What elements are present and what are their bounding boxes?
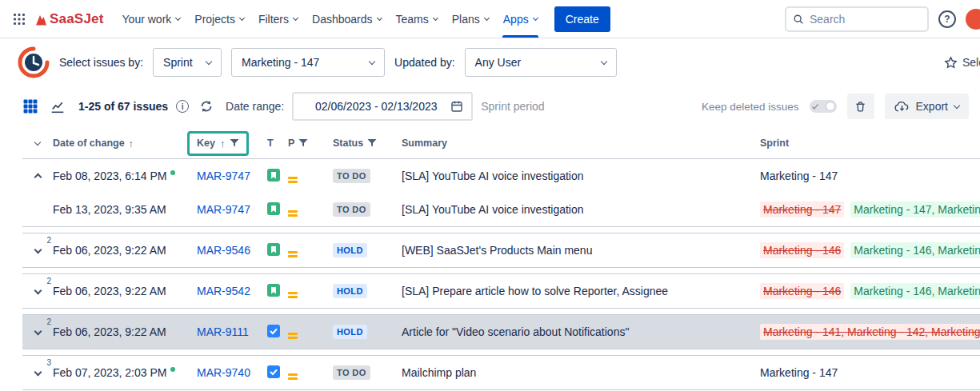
toggle-knob <box>826 102 835 111</box>
header-key[interactable]: Key <box>197 138 215 149</box>
chevron-down-icon <box>533 15 538 21</box>
issue-summary: [SLA] Prepare article how to solve Repor… <box>402 285 668 297</box>
help-icon[interactable] <box>938 10 956 28</box>
sprint-removed-value: Marketing - 141, Marketing - 142, Market… <box>760 324 980 340</box>
header-summary[interactable]: Summary <box>402 138 760 149</box>
export-button[interactable]: Export <box>885 94 969 119</box>
sprint-added-value: Marketing - 147, Marketing - 148 <box>850 201 980 217</box>
chevron-down-icon <box>376 15 382 21</box>
issue-key-link[interactable]: MAR-9740 <box>197 366 250 379</box>
date-range-label: Date range: <box>226 100 284 113</box>
issue-selector-dropdown[interactable]: Sprint <box>153 48 222 77</box>
sprint-added-value: Marketing - 146, Marketing - 147 <box>850 242 980 258</box>
nav-item-teams[interactable]: Teams <box>389 0 445 38</box>
sprint-select[interactable]: Marketing - 147 <box>231 48 385 77</box>
header-status[interactable]: Status <box>333 138 402 149</box>
updated-by-select[interactable]: Any User <box>465 48 617 77</box>
app-switcher-icon[interactable] <box>6 6 32 32</box>
sort-ascending-icon[interactable] <box>220 138 226 150</box>
header-type[interactable]: T <box>267 138 288 149</box>
issue-key-link[interactable]: MAR-9546 <box>197 244 250 257</box>
header-date-of-change[interactable]: Date of change <box>53 138 197 150</box>
sort-ascending-icon[interactable] <box>129 138 134 150</box>
chevron-down-icon <box>175 15 181 21</box>
filter-bar: Select issues by: Sprint Marketing - 147… <box>0 40 980 85</box>
status-badge: TO DO <box>333 169 370 183</box>
sprint-removed-value: Marketing - 147 <box>760 201 844 217</box>
filter-funnel-icon[interactable] <box>298 138 308 148</box>
issue-key-link[interactable]: MAR-9542 <box>197 285 250 297</box>
expand-chevron-icon[interactable] <box>34 327 42 335</box>
table-row[interactable]: Feb 08, 2023, 6:14 PM MAR-9747 TO DO [SL… <box>22 159 980 193</box>
story-icon <box>267 169 280 182</box>
expand-chevron-icon[interactable] <box>34 286 42 294</box>
priority-medium-icon <box>288 333 298 340</box>
collapse-all-chevron-icon[interactable] <box>34 139 41 146</box>
change-date: Feb 06, 2023, 9:22 AM <box>53 285 166 297</box>
issue-summary: Article for "Video scenario about Notifi… <box>402 325 629 338</box>
top-nav: SaaSJet Your work Projects Filters Dashb… <box>0 0 980 38</box>
notification-avatar[interactable] <box>966 9 980 30</box>
calendar-icon[interactable] <box>450 100 463 113</box>
issues-count: 1-25 of 67 issues <box>78 100 168 113</box>
nav-label: Dashboards <box>312 13 373 26</box>
issue-key-link[interactable]: MAR-9747 <box>197 170 250 182</box>
table-view-button[interactable] <box>21 97 40 116</box>
chevron-down-icon <box>369 58 375 65</box>
search-box[interactable] <box>785 6 929 32</box>
filter-funnel-icon[interactable] <box>367 138 377 148</box>
keep-deleted-toggle[interactable] <box>810 100 837 113</box>
brand-name: SaaSJet <box>50 11 104 27</box>
chart-view-button[interactable] <box>48 97 67 116</box>
sprint-value: Marketing - 147 <box>760 170 838 182</box>
table-row[interactable]: 2 Feb 06, 2023, 9:22 AM MAR-9111 HOLD Ar… <box>22 315 980 349</box>
updated-by-label: Updated by: <box>394 56 455 69</box>
chevron-down-icon <box>433 15 438 21</box>
nav-label: Filters <box>258 13 289 26</box>
table-row[interactable]: 3 Feb 07, 2023, 2:03 PM MAR-9740 TO DO M… <box>22 356 980 389</box>
table-row[interactable]: 2 Feb 06, 2023, 9:22 AM MAR-9546 HOLD [W… <box>22 233 980 267</box>
trash-icon <box>854 101 866 113</box>
updated-by-value: Any User <box>475 56 522 69</box>
search-input[interactable] <box>810 13 921 26</box>
date-range-value: 02/06/2023 - 02/13/2023 <box>302 100 450 113</box>
story-icon <box>267 202 280 215</box>
nav-item-projects[interactable]: Projects <box>187 0 251 38</box>
nav-item-dashboards[interactable]: Dashboards <box>305 0 389 38</box>
story-icon <box>267 284 280 297</box>
key-column-highlight-box: Key <box>187 131 249 156</box>
saved-filters-label: Sele <box>962 56 980 69</box>
refresh-icon[interactable] <box>200 100 213 113</box>
info-icon[interactable] <box>176 100 189 113</box>
saasjet-logo[interactable]: SaaSJet <box>34 11 104 27</box>
chevron-down-icon <box>954 102 960 109</box>
collapse-chevron-icon[interactable] <box>34 174 42 182</box>
saved-filters-button[interactable]: Sele <box>944 56 980 69</box>
change-date: Feb 06, 2023, 9:22 AM <box>53 325 166 338</box>
expand-chevron-icon[interactable] <box>34 368 42 376</box>
table-row[interactable]: 2 Feb 06, 2023, 9:22 AM MAR-9542 HOLD [S… <box>22 274 980 308</box>
delete-button[interactable] <box>847 94 874 119</box>
issue-history-table: Date of change Key T P Status Summary Sp… <box>22 128 980 390</box>
table-row[interactable]: Feb 13, 2023, 9:35 AM MAR-9747 TO DO [SL… <box>22 193 980 226</box>
nav-item-filters[interactable]: Filters <box>251 0 305 38</box>
nav-item-your-work[interactable]: Your work <box>115 0 188 38</box>
change-date: Feb 07, 2023, 2:03 PM <box>53 366 166 379</box>
sprint-cell: Marketing - 147 <box>760 159 980 193</box>
expand-chevron-icon[interactable] <box>34 245 42 253</box>
header-sprint[interactable]: Sprint <box>760 138 980 149</box>
priority-medium-icon <box>288 292 298 299</box>
issue-group: 3 Feb 07, 2023, 2:03 PM MAR-9740 TO DO M… <box>22 355 980 390</box>
chevron-down-icon <box>293 15 298 21</box>
date-range-input[interactable]: 02/06/2023 - 02/13/2023 <box>292 92 473 121</box>
nav-label: Apps <box>503 13 529 26</box>
header-priority[interactable]: P <box>288 138 333 149</box>
issue-key-link[interactable]: MAR-9111 <box>197 325 249 338</box>
create-button[interactable]: Create <box>554 6 610 32</box>
nav-label: Projects <box>194 13 235 26</box>
nav-item-apps[interactable]: Apps <box>496 0 545 38</box>
filter-funnel-icon[interactable] <box>230 138 239 148</box>
nav-item-plans[interactable]: Plans <box>445 0 496 38</box>
nav-label: Your work <box>122 13 172 26</box>
issue-key-link[interactable]: MAR-9747 <box>197 203 250 216</box>
